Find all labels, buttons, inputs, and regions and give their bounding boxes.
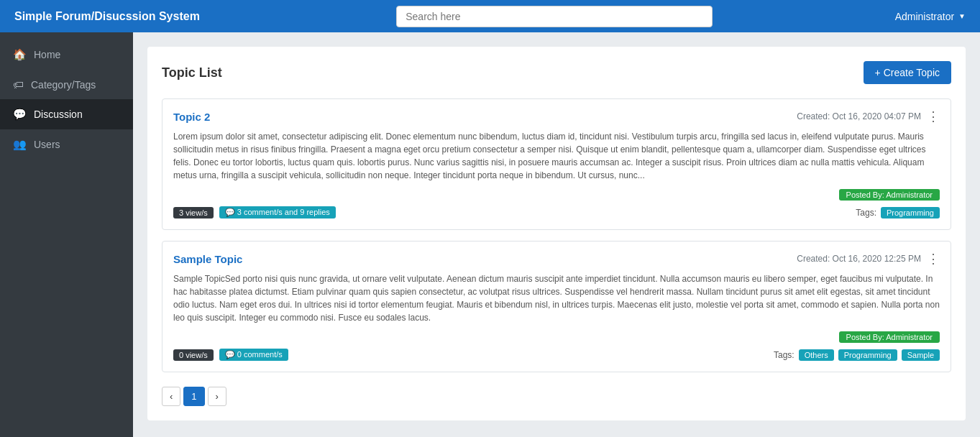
topic-tags-sample: Tags: Others Programming Sample — [774, 349, 940, 361]
username-label: Administrator — [895, 11, 954, 22]
tag-others-sample[interactable]: Others — [799, 349, 834, 361]
discussion-icon: 💬 — [13, 108, 27, 121]
views-badge-sample: 0 view/s — [173, 349, 214, 361]
tag-icon: 🏷 — [13, 78, 24, 91]
sidebar-label-category-tags: Category/Tags — [31, 79, 96, 91]
pagination-prev[interactable]: ‹ — [162, 387, 180, 406]
posted-by-badge-sample: Posted By: Administrator — [839, 331, 940, 343]
posted-by-topic2: Posted By: Administrator — [173, 189, 940, 201]
tags-label-topic2: Tags: — [856, 208, 876, 218]
topic-footer-topic2: 3 view/s 💬 3 comment/s and 9 replies Tag… — [173, 206, 940, 218]
topic-options-icon-sample[interactable]: ⋮ — [927, 252, 940, 265]
views-badge-topic2: 3 view/s — [173, 207, 214, 218]
tags-label-sample: Tags: — [774, 350, 794, 360]
topic-meta-topic2: Created: Oct 16, 2020 04:07 PM ⋮ — [797, 110, 940, 123]
topic-list-container: Topic List + Create Topic Topic 2 Create… — [147, 47, 966, 420]
topic-tags-topic2: Tags: Programming — [856, 207, 940, 218]
posted-by-sample: Posted By: Administrator — [173, 331, 940, 343]
tag-programming-topic2[interactable]: Programming — [881, 207, 940, 218]
pagination-page-1[interactable]: 1 — [183, 387, 204, 406]
users-icon: 👥 — [13, 138, 27, 151]
user-menu[interactable]: Administrator ▼ — [895, 11, 966, 22]
topic-list-header: Topic List + Create Topic — [162, 61, 951, 84]
topic-created-sample: Created: Oct 16, 2020 12:25 PM — [797, 254, 921, 264]
topic-card-sample: Sample Topic Created: Oct 16, 2020 12:25… — [162, 241, 951, 372]
sidebar-label-users: Users — [34, 139, 60, 150]
topic-meta-sample: Created: Oct 16, 2020 12:25 PM ⋮ — [797, 252, 940, 265]
topic-body-topic2: Lorem ipsum dolor sit amet, consectetur … — [173, 130, 940, 182]
tag-programming-sample[interactable]: Programming — [838, 349, 897, 361]
tag-sample-sample[interactable]: Sample — [902, 349, 940, 361]
chevron-down-icon: ▼ — [958, 12, 966, 20]
main-content: Topic List + Create Topic Topic 2 Create… — [133, 32, 980, 437]
sidebar-item-category-tags[interactable]: 🏷 Category/Tags — [0, 70, 133, 99]
topic-card-header: Topic 2 Created: Oct 16, 2020 04:07 PM ⋮ — [173, 110, 940, 123]
topic-title-sample[interactable]: Sample Topic — [173, 253, 242, 265]
topic-options-icon-topic2[interactable]: ⋮ — [927, 110, 940, 123]
comments-badge-topic2: 💬 3 comment/s and 9 replies — [219, 206, 336, 218]
topic-card-topic2: Topic 2 Created: Oct 16, 2020 04:07 PM ⋮… — [162, 98, 951, 230]
topic-created-topic2: Created: Oct 16, 2020 04:07 PM — [797, 111, 921, 121]
topic-title-topic2[interactable]: Topic 2 — [173, 111, 210, 123]
sidebar-item-home[interactable]: 🏠 Home — [0, 40, 133, 70]
topic-body-sample: Sample TopicSed porto nisi quis nunc gra… — [173, 272, 940, 324]
create-topic-button[interactable]: + Create Topic — [864, 61, 951, 84]
pagination: ‹ 1 › — [162, 387, 951, 406]
sidebar-item-discussion[interactable]: 💬 Discussion — [0, 99, 133, 129]
search-area — [214, 6, 895, 27]
search-input[interactable] — [396, 6, 713, 27]
posted-by-badge-topic2: Posted By: Administrator — [839, 189, 940, 201]
home-icon: 🏠 — [13, 48, 27, 61]
topic-footer-sample: 0 view/s 💬 0 comment/s Tags: Others Prog… — [173, 349, 940, 361]
header: Simple Forum/Disucssion System Administr… — [0, 0, 980, 32]
sidebar: 🏠 Home 🏷 Category/Tags 💬 Discussion 👥 Us… — [0, 32, 133, 437]
topic-stats-sample: 0 view/s 💬 0 comment/s — [173, 349, 288, 361]
pagination-next[interactable]: › — [208, 387, 226, 406]
sidebar-label-discussion: Discussion — [34, 109, 83, 120]
comments-badge-sample: 💬 0 comment/s — [219, 349, 288, 361]
sidebar-label-home: Home — [34, 49, 60, 60]
sidebar-item-users[interactable]: 👥 Users — [0, 129, 133, 160]
brand-title: Simple Forum/Disucssion System — [14, 10, 200, 23]
topic-card-header-sample: Sample Topic Created: Oct 16, 2020 12:25… — [173, 252, 940, 265]
topic-stats-topic2: 3 view/s 💬 3 comment/s and 9 replies — [173, 206, 336, 218]
topic-list-title: Topic List — [162, 65, 222, 80]
